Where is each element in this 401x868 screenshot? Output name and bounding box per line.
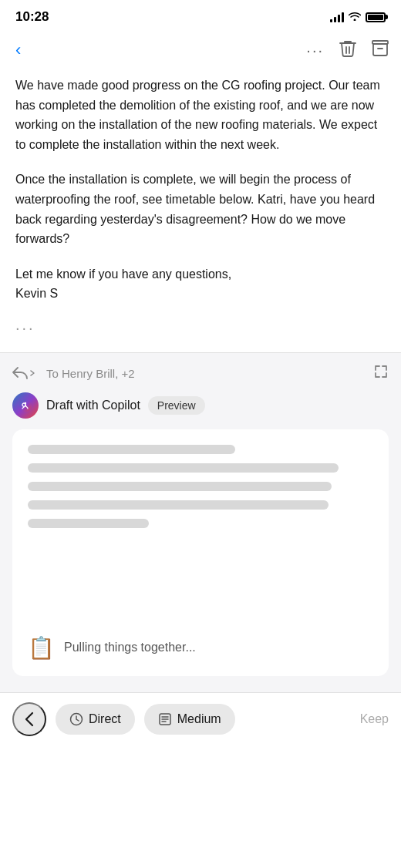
toolbar-back-button[interactable] [12, 702, 46, 736]
reply-to-label: To Henry Brill, +2 [46, 367, 135, 380]
status-bar: 10:28 [0, 0, 401, 31]
reply-header-left: To Henry Brill, +2 [12, 367, 135, 380]
direct-button[interactable]: Direct [56, 704, 135, 735]
draft-line-1 [28, 445, 235, 454]
more-content-indicator: ··· [15, 319, 386, 337]
nav-actions: ··· [306, 39, 389, 62]
copilot-row: Draft with Copilot Preview [12, 392, 389, 419]
copilot-label: Draft with Copilot [46, 399, 140, 412]
status-time: 10:28 [15, 9, 49, 25]
reply-arrows-icon[interactable] [12, 367, 37, 379]
direct-label: Direct [89, 712, 121, 726]
archive-button[interactable] [372, 40, 389, 61]
svg-point-4 [25, 402, 26, 404]
signal-icon [330, 12, 344, 22]
email-paragraph-1: We have made good progress on the CG roo… [15, 76, 386, 154]
wifi-icon [349, 11, 361, 23]
more-options-button[interactable]: ··· [306, 42, 324, 59]
draft-line-5 [28, 519, 149, 528]
medium-label: Medium [177, 712, 221, 726]
svg-rect-2 [372, 41, 388, 44]
reply-header: To Henry Brill, +2 [12, 364, 389, 383]
keep-button[interactable]: Keep [360, 712, 389, 726]
back-button[interactable]: ‹ [12, 37, 24, 63]
email-body: We have made good progress on the CG roo… [15, 76, 386, 304]
draft-line-4 [28, 500, 329, 510]
battery-icon [366, 12, 386, 22]
status-icons [330, 11, 386, 23]
email-content: We have made good progress on the CG roo… [0, 69, 401, 352]
medium-button[interactable]: Medium [144, 704, 235, 735]
draft-line-3 [28, 482, 332, 491]
bottom-toolbar: Direct Medium Keep [0, 692, 401, 752]
delete-button[interactable] [339, 39, 356, 62]
draft-line-2 [28, 463, 339, 473]
expand-button[interactable] [373, 364, 389, 383]
reply-area: To Henry Brill, +2 [0, 353, 401, 692]
email-paragraph-3: Let me know if you have any questions,Ke… [15, 264, 386, 304]
nav-bar: ‹ ··· [0, 31, 401, 69]
copilot-logo-icon [12, 392, 39, 419]
pulling-text: Pulling things together... [64, 641, 196, 654]
preview-badge[interactable]: Preview [148, 396, 205, 415]
pulling-icon: 📋 [28, 635, 55, 661]
draft-card: 📋 Pulling things together... [12, 429, 389, 676]
pulling-status-row: 📋 Pulling things together... [28, 635, 373, 661]
draft-loading-lines [28, 445, 373, 528]
email-paragraph-2: Once the installation is complete, we wi… [15, 170, 386, 248]
